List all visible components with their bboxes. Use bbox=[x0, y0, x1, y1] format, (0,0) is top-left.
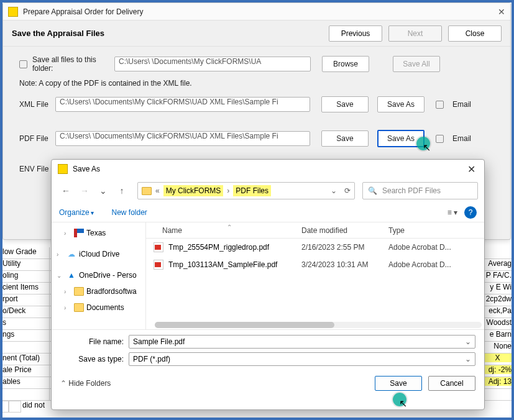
cloud-icon: ☁ bbox=[67, 250, 76, 258]
help-icon[interactable]: ? bbox=[464, 206, 477, 219]
back-icon[interactable]: ← bbox=[58, 183, 74, 199]
pdf-email-label: Email bbox=[452, 134, 471, 143]
up-icon[interactable]: ↑ bbox=[114, 183, 130, 199]
folder-icon bbox=[74, 287, 84, 296]
breadcrumb[interactable]: « My ClickFORMS › PDF Files ⌄ ⟳ bbox=[137, 182, 355, 199]
crumb-root[interactable]: My ClickFORMS bbox=[163, 185, 224, 196]
recent-icon[interactable]: ⌄ bbox=[95, 183, 111, 199]
dialog-title: Save As bbox=[73, 165, 465, 173]
save-all-checkbox[interactable] bbox=[19, 60, 27, 68]
file-type: Adobe Acrobat D... bbox=[388, 260, 484, 269]
tree-label: Documents bbox=[86, 303, 124, 312]
list-header[interactable]: Name Date modified Type bbox=[146, 222, 484, 239]
env-label: ENV File bbox=[19, 165, 55, 173]
previous-button[interactable]: Previous bbox=[329, 25, 382, 42]
pdf-email-checkbox[interactable] bbox=[436, 135, 444, 143]
tree-item-bradford[interactable]: ›Bradfordsoftwa bbox=[52, 283, 145, 299]
file-name-label: File name: bbox=[60, 337, 129, 346]
file-name: Tmp_25554PM_riggledrop.pdf bbox=[168, 243, 269, 252]
new-folder-button[interactable]: New folder bbox=[111, 208, 147, 217]
file-name-value: Sample File.pdf bbox=[133, 337, 185, 346]
titlebar: Prepare Appraisal Order for Delivery ✕ bbox=[3, 3, 510, 21]
folder-icon bbox=[142, 187, 152, 195]
onedrive-icon: ▲ bbox=[67, 271, 76, 280]
app-icon bbox=[8, 7, 18, 17]
tree-label: Texas bbox=[86, 229, 106, 237]
chevron-right-icon: › bbox=[227, 186, 229, 195]
close-button[interactable]: Close bbox=[448, 25, 502, 42]
tree-item-texas[interactable]: ›Texas bbox=[52, 225, 145, 241]
save-type-select[interactable]: PDF (*.pdf)⌄ bbox=[129, 352, 475, 366]
tree-item-onedrive[interactable]: ⌄▲OneDrive - Perso bbox=[52, 267, 145, 283]
view-options-icon[interactable]: ≡ ▾ bbox=[446, 206, 459, 219]
dialog-cancel-button[interactable]: Cancel bbox=[428, 376, 475, 391]
col-date[interactable]: Date modified bbox=[301, 226, 388, 235]
save-all-label: Save all files to this folder: bbox=[32, 55, 114, 73]
dialog-app-icon bbox=[58, 164, 68, 174]
click-highlight bbox=[393, 393, 406, 406]
file-list: Name Date modified Type Tmp_25554PM_rigg… bbox=[146, 222, 484, 329]
xml-label: XML File bbox=[19, 100, 55, 109]
folder-tree[interactable]: ›Texas ›☁iCloud Drive ⌄▲OneDrive - Perso… bbox=[52, 222, 146, 329]
folder-icon bbox=[74, 303, 84, 312]
save-type-value: PDF (*.pdf) bbox=[133, 355, 170, 363]
list-item[interactable]: Tmp_103113AM_SampleFile.pdf 3/24/2023 10… bbox=[146, 256, 484, 273]
chevron-icon: « bbox=[155, 186, 160, 195]
pdf-path-input[interactable]: C:\Users\ \Documents\My ClickFORMS\UAD X… bbox=[55, 131, 310, 146]
refresh-icon[interactable]: ⟳ bbox=[344, 186, 351, 195]
browse-button[interactable]: Browse bbox=[322, 56, 369, 72]
save-as-dialog: Save As ✕ ← → ⌄ ↑ « My ClickFORMS › PDF … bbox=[51, 159, 485, 410]
dialog-titlebar: Save As ✕ bbox=[52, 160, 484, 178]
save-all-button: Save All bbox=[393, 56, 440, 72]
file-name: Tmp_103113AM_SampleFile.pdf bbox=[168, 260, 277, 269]
click-highlight bbox=[416, 137, 430, 150]
subtitle: Save the Appraisal Files bbox=[12, 29, 323, 38]
dialog-close-icon[interactable]: ✕ bbox=[465, 163, 478, 175]
toolbar: Organize New folder ≡ ▾ ? bbox=[52, 203, 484, 222]
pdf-icon bbox=[154, 260, 163, 270]
col-name[interactable]: Name bbox=[146, 226, 301, 235]
tree-item-icloud[interactable]: ›☁iCloud Drive bbox=[52, 246, 145, 262]
tree-item-documents[interactable]: ›Documents bbox=[52, 299, 145, 316]
file-name-input[interactable]: Sample File.pdf⌄ bbox=[129, 335, 475, 349]
dropdown-icon[interactable]: ⌄ bbox=[465, 355, 471, 363]
next-button: Next bbox=[388, 25, 442, 42]
window-title: Prepare Appraisal Order for Delivery bbox=[23, 7, 498, 16]
pdf-label: PDF File bbox=[19, 134, 55, 143]
tree-label: OneDrive - Perso bbox=[79, 271, 137, 280]
tree-label: Bradfordsoftwa bbox=[86, 287, 137, 296]
search-icon: 🔍 bbox=[368, 186, 377, 195]
xml-path-input[interactable]: C:\Users\ \Documents\My ClickFORMS\UAD X… bbox=[55, 97, 310, 112]
list-item[interactable]: Tmp_25554PM_riggledrop.pdf 2/16/2023 2:5… bbox=[146, 239, 484, 256]
col-type[interactable]: Type bbox=[388, 226, 484, 235]
crumb-dropdown-icon[interactable]: ⌄ bbox=[331, 186, 337, 195]
texas-icon bbox=[74, 229, 84, 237]
organize-menu[interactable]: Organize bbox=[59, 208, 94, 217]
dialog-save-button[interactable]: Save bbox=[375, 376, 422, 391]
save-all-path-input[interactable]: C:\Users\ \Documents\My ClickFORMS\UA bbox=[114, 57, 311, 71]
file-date: 2/16/2023 2:55 PM bbox=[301, 243, 388, 252]
note-text: Note: A copy of the PDF is contained in … bbox=[19, 79, 494, 88]
horizontal-scrollbar[interactable] bbox=[155, 322, 482, 328]
close-icon[interactable]: ✕ bbox=[498, 7, 505, 17]
search-input[interactable]: 🔍 Search PDF Files bbox=[362, 182, 478, 199]
dropdown-icon[interactable]: ⌄ bbox=[465, 337, 471, 346]
tree-label: iCloud Drive bbox=[79, 250, 119, 258]
pdf-save-button[interactable]: Save bbox=[321, 130, 369, 147]
save-type-label: Save as type: bbox=[60, 355, 129, 363]
xml-email-label: Email bbox=[452, 100, 471, 109]
hide-folders-toggle[interactable]: Hide Folders bbox=[60, 379, 111, 388]
file-type: Adobe Acrobat D... bbox=[388, 243, 484, 252]
file-date: 3/24/2023 10:31 AM bbox=[301, 260, 388, 269]
xml-email-checkbox[interactable] bbox=[436, 101, 444, 109]
crumb-leaf[interactable]: PDF Files bbox=[233, 185, 271, 196]
nav-bar: ← → ⌄ ↑ « My ClickFORMS › PDF Files ⌄ ⟳ … bbox=[52, 178, 484, 203]
search-placeholder: Search PDF Files bbox=[382, 186, 441, 195]
xml-save-button[interactable]: Save bbox=[321, 96, 369, 112]
xml-saveas-button[interactable]: Save As bbox=[377, 96, 425, 112]
pdf-icon bbox=[154, 242, 163, 252]
subheader: Save the Appraisal Files Previous Next C… bbox=[3, 21, 510, 47]
forward-icon: → bbox=[76, 183, 93, 199]
